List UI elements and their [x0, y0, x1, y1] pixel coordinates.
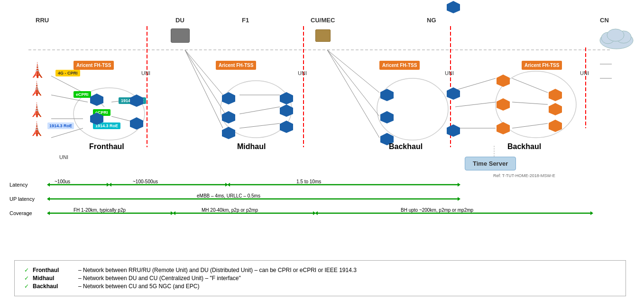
du-hardware-icon [171, 28, 190, 43]
switch-mh-2 [221, 110, 236, 125]
switch-bhl-2 [379, 110, 395, 125]
svg-marker-35 [90, 94, 103, 106]
svg-marker-72 [458, 197, 460, 201]
coverage-mh: MH 20-40km, p2p or p2mp [202, 207, 258, 213]
switch-bhr-4 [548, 88, 563, 103]
aricent-box-3: Aricent FH-TSS [379, 61, 420, 70]
protocol-4g-cpri: 4G - CPRI [55, 70, 80, 76]
svg-marker-36 [90, 113, 103, 125]
switch-fh-4 [129, 116, 144, 132]
backhaul-left-label: Backhaul [389, 142, 423, 151]
main-container: RRU DU F1 CU/MEC NG CN 🗼 🗼 🗼 🗼 Aricent F… [0, 0, 644, 301]
latency-label: Latency [9, 182, 45, 188]
rru-tower-3: 🗼 [28, 102, 45, 118]
switch-bhr-1 [496, 74, 511, 89]
switch-bhl-6 [446, 123, 461, 139]
rru-tower-4: 🗼 [28, 121, 45, 137]
uni-label-bottom: UNI [59, 154, 68, 160]
coverage-label: Coverage [9, 210, 45, 216]
svg-marker-44 [280, 121, 293, 133]
f1-section-label: F1 [242, 17, 249, 24]
svg-marker-38 [130, 117, 143, 130]
cn-section-label: CN [600, 17, 609, 24]
checkmark-midhaul: ✓ [24, 275, 29, 282]
switch-mh-6 [279, 120, 294, 135]
svg-line-12 [51, 128, 83, 138]
svg-marker-69 [458, 183, 460, 187]
time-server-box: Time Server [465, 157, 516, 170]
svg-marker-42 [280, 92, 293, 104]
switch-mh-5 [279, 103, 294, 119]
svg-marker-49 [447, 1, 460, 13]
svg-marker-41 [222, 127, 235, 139]
svg-marker-62 [47, 183, 50, 187]
checkmark-fronthaul: ✓ [24, 267, 29, 273]
svg-marker-45 [380, 89, 394, 101]
legend-item-backhaul: ✓ Backhaul – Network between CU and 5G N… [24, 283, 616, 290]
switch-bhr-6 [548, 119, 563, 134]
svg-marker-55 [549, 103, 562, 115]
svg-marker-81 [590, 211, 593, 215]
switch-bhl-1 [379, 88, 395, 103]
svg-marker-77 [173, 211, 175, 215]
svg-marker-37 [130, 94, 143, 107]
switch-mh-3 [221, 126, 236, 141]
svg-line-30 [512, 102, 548, 104]
rru-section-label: RRU [36, 17, 49, 24]
aricent-box-1: Aricent FH-TSS [74, 61, 114, 70]
coverage-bh: BH upto ~200km, p2mp or mp2mp [401, 207, 473, 213]
svg-line-27 [455, 102, 496, 107]
switch-fh-2 [89, 112, 104, 127]
coverage-fh: FH 1-20km, typically p2p [74, 207, 126, 213]
cu-mec-section-label: CU/MEC [311, 17, 335, 24]
cn-cloud [598, 24, 635, 52]
svg-line-31 [512, 123, 548, 128]
legend-item-midhaul: ✓ Midhaul – Network between DU and CU (C… [24, 275, 616, 282]
ng-section-label: NG [427, 17, 436, 24]
svg-line-18 [185, 50, 225, 114]
rru-tower-1: 🗼 [28, 62, 46, 78]
svg-marker-74 [47, 211, 50, 215]
switch-fh-3 [129, 94, 144, 109]
svg-marker-46 [380, 111, 394, 123]
switch-fh-1 [89, 93, 104, 108]
svg-marker-52 [497, 98, 510, 111]
svg-marker-39 [222, 92, 235, 104]
backhaul-right-label: Backhaul [507, 142, 541, 151]
svg-line-25 [327, 50, 379, 138]
protocol-1914-roe-1: 1914.3 RoE [47, 122, 74, 129]
svg-line-17 [185, 50, 223, 95]
svg-line-23 [327, 50, 379, 93]
svg-line-24 [327, 50, 379, 116]
svg-marker-80 [315, 211, 318, 215]
svg-marker-54 [549, 89, 562, 101]
cu-hardware-icon [315, 29, 331, 42]
svg-line-16 [111, 116, 130, 121]
svg-line-21 [239, 107, 280, 114]
svg-line-29 [512, 78, 548, 93]
up-latency-label: UP latency [9, 196, 45, 202]
fronthaul-label: Fronthaul [89, 142, 124, 151]
uni-label-1: UNI [141, 70, 150, 76]
svg-marker-40 [222, 111, 235, 123]
svg-marker-50 [447, 124, 460, 137]
legend-item-fronthaul: ✓ Fronthaul – Network between RRU/RU (Re… [24, 267, 616, 273]
svg-marker-53 [497, 122, 510, 134]
switch-bhl-5 [446, 0, 461, 15]
svg-marker-43 [280, 104, 293, 117]
latency-v1: ~100us [55, 179, 70, 184]
svg-marker-71 [47, 197, 50, 201]
switch-bhr-5 [548, 102, 563, 117]
rru-tower-2: 🗼 [28, 81, 45, 96]
aricent-box-2: Aricent FH-TSS [216, 61, 256, 70]
legend-box: ✓ Fronthaul – Network between RRU/RU (Re… [14, 260, 626, 296]
metrics-area: Latency ~100us ~10 [0, 176, 644, 249]
switch-bhl-4 [446, 86, 461, 102]
uni-label-2: UNI [298, 70, 307, 76]
svg-marker-51 [497, 75, 510, 87]
aricent-box-4: Aricent FH-TSS [522, 61, 562, 70]
protocol-ecpri-1: eCPRI [74, 91, 91, 98]
uni-label-4: UNI [580, 70, 589, 76]
svg-line-26 [455, 78, 496, 90]
svg-marker-56 [549, 120, 562, 132]
